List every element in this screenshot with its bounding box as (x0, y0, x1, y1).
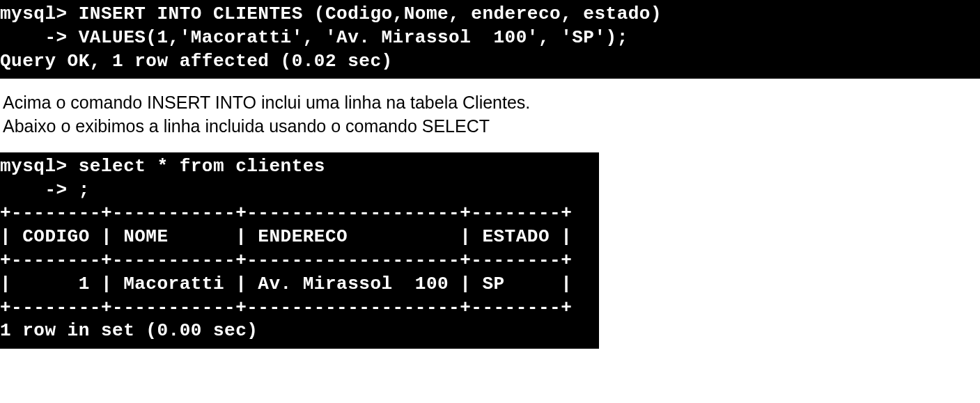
description-line: Acima o comando INSERT INTO inclui uma l… (3, 93, 530, 112)
terminal-select-block: mysql> select * from clientes -> ; +----… (0, 152, 599, 349)
terminal-insert-block: mysql> INSERT INTO CLIENTES (Codigo,Nome… (0, 0, 980, 79)
description-line: Abaixo o exibimos a linha incluida usand… (3, 116, 490, 136)
description-text: Acima o comando INSERT INTO inclui uma l… (0, 79, 980, 152)
